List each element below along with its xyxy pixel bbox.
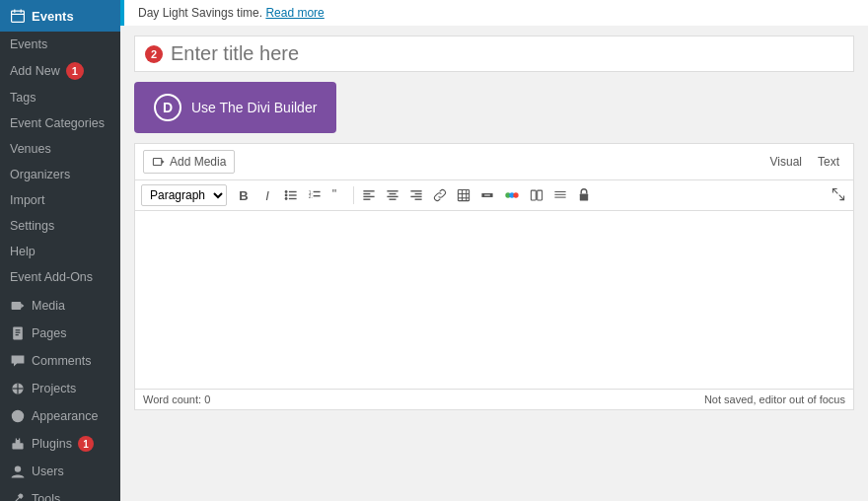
media-icon [10,298,26,314]
align-center-button[interactable] [382,186,403,204]
content-area: 2 Divi San Francisco D Use The Divi Buil… [120,26,868,501]
lock-button[interactable] [573,186,595,204]
svg-point-23 [285,190,288,193]
toolbar-sep-1 [353,186,354,204]
svg-point-19 [15,465,21,471]
sidebar-item-settings[interactable]: Settings [0,213,120,239]
lines-icon [553,188,567,202]
editor-container: Add Media Visual Text Paragraph B I [134,143,854,410]
text-tab[interactable]: Text [812,153,845,171]
svg-rect-46 [458,189,469,200]
sidebar-header-label: Events [32,9,74,24]
post-title-input[interactable]: Divi San Francisco [171,42,843,65]
align-left-button[interactable] [358,186,380,204]
sidebar-section-pages[interactable]: Pages [0,318,120,345]
svg-point-27 [285,197,288,200]
sidebar-section-tools[interactable]: Tools [0,483,120,501]
sidebar-section-appearance[interactable]: Appearance [0,400,120,428]
visual-tab[interactable]: Visual [764,153,808,171]
ul-icon [284,188,298,202]
svg-rect-6 [13,327,23,340]
align-right-button[interactable] [405,186,427,204]
svg-rect-56 [531,190,536,200]
word-count: Word count: 0 [143,394,210,405]
ul-button[interactable] [280,186,302,204]
link-icon [433,188,447,202]
editor-status: Not saved, editor out of focus [704,394,845,405]
sidebar-section-plugins[interactable]: Plugins 1 [0,428,120,456]
svg-marker-5 [21,304,24,309]
bold-button[interactable]: B [233,187,254,204]
more-button[interactable] [476,186,498,204]
svg-rect-57 [538,190,542,200]
sidebar-section-comments[interactable]: Comments [0,345,120,373]
sidebar-item-import[interactable]: Import [0,187,120,213]
sidebar-item-event-categories[interactable]: Event Categories [0,110,120,136]
editor-top-bar: Add Media Visual Text [135,144,853,180]
italic-button[interactable]: I [256,187,278,204]
svg-rect-16 [16,440,21,444]
plugins-badge: 1 [78,436,94,452]
svg-point-14 [16,414,21,419]
columns-button[interactable] [526,186,547,204]
add-media-icon [152,155,166,169]
divi-button-label: Use The Divi Builder [191,100,317,115]
editor-toolbar: Paragraph B I 1.2. " [135,180,853,211]
notice-text: Day Light Savings time. [138,6,262,20]
svg-rect-21 [153,159,161,166]
svg-rect-0 [12,11,25,22]
tribe-icon [504,188,520,202]
add-new-badge: 1 [66,62,84,80]
svg-text:2.: 2. [309,194,313,199]
ol-icon: 1.2. [308,188,322,202]
pages-icon [10,325,26,341]
format-select[interactable]: Paragraph [141,184,227,206]
sidebar-menu: Events Add New 1 Tags Event Categories V… [0,32,120,290]
sidebar-item-event-addons[interactable]: Event Add-Ons [0,264,120,290]
sidebar-item-venues[interactable]: Venues [0,136,120,162]
svg-rect-4 [12,302,22,310]
divi-builder-button[interactable]: D Use The Divi Builder [134,82,336,133]
svg-rect-15 [12,443,23,449]
align-left-icon [362,188,376,202]
columns-icon [530,188,543,202]
sidebar-section-projects[interactable]: Projects [0,373,120,400]
editor-body[interactable] [135,211,853,389]
sidebar: Events Events Add New 1 Tags Event Categ… [0,0,120,501]
svg-rect-61 [580,194,588,201]
table-button[interactable] [453,186,474,204]
read-more-link[interactable]: Read more [265,6,324,20]
editor-footer: Word count: 0 Not saved, editor out of f… [135,389,853,409]
sidebar-section-media[interactable]: Media [0,290,120,318]
plugins-icon [10,436,26,452]
align-right-icon [409,188,423,202]
tools-icon [10,491,26,501]
sidebar-item-help[interactable]: Help [0,239,120,264]
svg-text:": " [332,188,336,201]
notice-bar: Day Light Savings time. Read more [120,0,868,26]
divi-builder-section: D Use The Divi Builder [134,82,854,133]
expand-editor-button[interactable] [830,185,847,206]
lines-button[interactable] [549,186,571,204]
sidebar-events-header[interactable]: Events [0,0,120,32]
link-button[interactable] [429,186,451,204]
sidebar-section-users[interactable]: Users [0,456,120,483]
sidebar-item-events[interactable]: Events [0,32,120,57]
blockquote-button[interactable]: " [327,186,349,204]
main-content: Day Light Savings time. Read more 2 Divi… [120,0,868,501]
comments-icon [10,353,26,369]
table-icon [457,188,470,202]
add-media-button[interactable]: Add Media [143,150,235,174]
sidebar-item-tags[interactable]: Tags [0,85,120,110]
blockquote-icon: " [331,188,345,202]
tribe-events-button[interactable] [500,186,524,204]
ol-button[interactable]: 1.2. [304,186,326,204]
align-center-icon [386,188,399,202]
appearance-icon [10,408,26,424]
svg-line-62 [832,188,837,193]
sidebar-item-add-new[interactable]: Add New 1 [0,57,120,85]
svg-marker-22 [162,160,165,164]
divi-letter-icon: D [154,94,181,121]
projects-icon [10,381,26,396]
sidebar-item-organizers[interactable]: Organizers [0,162,120,187]
